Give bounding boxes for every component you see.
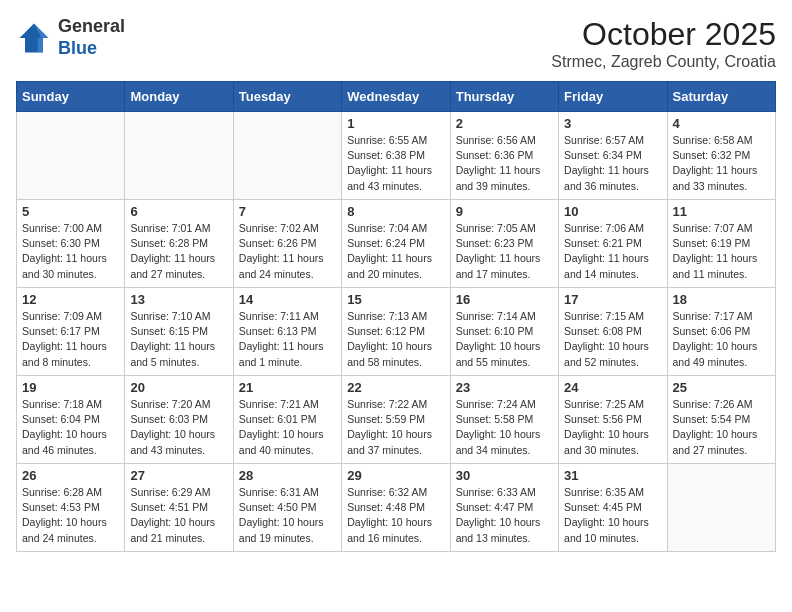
calendar-cell: 2Sunrise: 6:56 AM Sunset: 6:36 PM Daylig… <box>450 112 558 200</box>
weekday-header-row: SundayMondayTuesdayWednesdayThursdayFrid… <box>17 82 776 112</box>
day-info: Sunrise: 7:22 AM Sunset: 5:59 PM Dayligh… <box>347 397 444 458</box>
day-number: 8 <box>347 204 444 219</box>
day-info: Sunrise: 7:06 AM Sunset: 6:21 PM Dayligh… <box>564 221 661 282</box>
calendar-cell: 23Sunrise: 7:24 AM Sunset: 5:58 PM Dayli… <box>450 376 558 464</box>
day-number: 27 <box>130 468 227 483</box>
calendar-cell: 13Sunrise: 7:10 AM Sunset: 6:15 PM Dayli… <box>125 288 233 376</box>
day-info: Sunrise: 6:32 AM Sunset: 4:48 PM Dayligh… <box>347 485 444 546</box>
calendar-week-row: 12Sunrise: 7:09 AM Sunset: 6:17 PM Dayli… <box>17 288 776 376</box>
header: General Blue October 2025 Strmec, Zagreb… <box>16 16 776 71</box>
day-number: 10 <box>564 204 661 219</box>
calendar-cell: 9Sunrise: 7:05 AM Sunset: 6:23 PM Daylig… <box>450 200 558 288</box>
day-number: 5 <box>22 204 119 219</box>
calendar-cell <box>125 112 233 200</box>
day-info: Sunrise: 7:26 AM Sunset: 5:54 PM Dayligh… <box>673 397 770 458</box>
day-number: 9 <box>456 204 553 219</box>
calendar-week-row: 19Sunrise: 7:18 AM Sunset: 6:04 PM Dayli… <box>17 376 776 464</box>
day-info: Sunrise: 7:14 AM Sunset: 6:10 PM Dayligh… <box>456 309 553 370</box>
location-title: Strmec, Zagreb County, Croatia <box>551 53 776 71</box>
day-number: 20 <box>130 380 227 395</box>
day-info: Sunrise: 7:09 AM Sunset: 6:17 PM Dayligh… <box>22 309 119 370</box>
month-title: October 2025 <box>551 16 776 53</box>
calendar-cell: 15Sunrise: 7:13 AM Sunset: 6:12 PM Dayli… <box>342 288 450 376</box>
calendar-cell: 5Sunrise: 7:00 AM Sunset: 6:30 PM Daylig… <box>17 200 125 288</box>
calendar-cell <box>233 112 341 200</box>
calendar-cell: 7Sunrise: 7:02 AM Sunset: 6:26 PM Daylig… <box>233 200 341 288</box>
calendar-cell: 18Sunrise: 7:17 AM Sunset: 6:06 PM Dayli… <box>667 288 775 376</box>
day-number: 31 <box>564 468 661 483</box>
day-number: 7 <box>239 204 336 219</box>
day-info: Sunrise: 6:29 AM Sunset: 4:51 PM Dayligh… <box>130 485 227 546</box>
calendar-cell: 12Sunrise: 7:09 AM Sunset: 6:17 PM Dayli… <box>17 288 125 376</box>
weekday-header-monday: Monday <box>125 82 233 112</box>
day-info: Sunrise: 7:25 AM Sunset: 5:56 PM Dayligh… <box>564 397 661 458</box>
calendar: SundayMondayTuesdayWednesdayThursdayFrid… <box>16 81 776 552</box>
day-number: 28 <box>239 468 336 483</box>
day-info: Sunrise: 6:58 AM Sunset: 6:32 PM Dayligh… <box>673 133 770 194</box>
day-info: Sunrise: 7:07 AM Sunset: 6:19 PM Dayligh… <box>673 221 770 282</box>
day-info: Sunrise: 6:55 AM Sunset: 6:38 PM Dayligh… <box>347 133 444 194</box>
calendar-cell: 31Sunrise: 6:35 AM Sunset: 4:45 PM Dayli… <box>559 464 667 552</box>
day-number: 2 <box>456 116 553 131</box>
day-info: Sunrise: 7:04 AM Sunset: 6:24 PM Dayligh… <box>347 221 444 282</box>
day-number: 15 <box>347 292 444 307</box>
day-number: 13 <box>130 292 227 307</box>
day-info: Sunrise: 6:35 AM Sunset: 4:45 PM Dayligh… <box>564 485 661 546</box>
calendar-cell <box>17 112 125 200</box>
logo-blue: Blue <box>58 38 97 58</box>
day-info: Sunrise: 6:57 AM Sunset: 6:34 PM Dayligh… <box>564 133 661 194</box>
day-number: 16 <box>456 292 553 307</box>
day-number: 22 <box>347 380 444 395</box>
day-number: 3 <box>564 116 661 131</box>
day-info: Sunrise: 6:56 AM Sunset: 6:36 PM Dayligh… <box>456 133 553 194</box>
calendar-cell: 10Sunrise: 7:06 AM Sunset: 6:21 PM Dayli… <box>559 200 667 288</box>
day-number: 11 <box>673 204 770 219</box>
calendar-cell <box>667 464 775 552</box>
day-number: 19 <box>22 380 119 395</box>
day-number: 23 <box>456 380 553 395</box>
title-area: October 2025 Strmec, Zagreb County, Croa… <box>551 16 776 71</box>
calendar-cell: 21Sunrise: 7:21 AM Sunset: 6:01 PM Dayli… <box>233 376 341 464</box>
calendar-cell: 30Sunrise: 6:33 AM Sunset: 4:47 PM Dayli… <box>450 464 558 552</box>
day-info: Sunrise: 6:31 AM Sunset: 4:50 PM Dayligh… <box>239 485 336 546</box>
day-number: 18 <box>673 292 770 307</box>
day-info: Sunrise: 7:20 AM Sunset: 6:03 PM Dayligh… <box>130 397 227 458</box>
calendar-cell: 26Sunrise: 6:28 AM Sunset: 4:53 PM Dayli… <box>17 464 125 552</box>
calendar-cell: 6Sunrise: 7:01 AM Sunset: 6:28 PM Daylig… <box>125 200 233 288</box>
day-info: Sunrise: 7:05 AM Sunset: 6:23 PM Dayligh… <box>456 221 553 282</box>
calendar-cell: 16Sunrise: 7:14 AM Sunset: 6:10 PM Dayli… <box>450 288 558 376</box>
calendar-cell: 4Sunrise: 6:58 AM Sunset: 6:32 PM Daylig… <box>667 112 775 200</box>
day-info: Sunrise: 7:02 AM Sunset: 6:26 PM Dayligh… <box>239 221 336 282</box>
day-number: 17 <box>564 292 661 307</box>
calendar-cell: 1Sunrise: 6:55 AM Sunset: 6:38 PM Daylig… <box>342 112 450 200</box>
logo-icon <box>16 20 52 56</box>
day-number: 24 <box>564 380 661 395</box>
calendar-cell: 20Sunrise: 7:20 AM Sunset: 6:03 PM Dayli… <box>125 376 233 464</box>
day-number: 26 <box>22 468 119 483</box>
day-info: Sunrise: 7:15 AM Sunset: 6:08 PM Dayligh… <box>564 309 661 370</box>
day-info: Sunrise: 6:28 AM Sunset: 4:53 PM Dayligh… <box>22 485 119 546</box>
day-number: 14 <box>239 292 336 307</box>
calendar-cell: 11Sunrise: 7:07 AM Sunset: 6:19 PM Dayli… <box>667 200 775 288</box>
calendar-cell: 24Sunrise: 7:25 AM Sunset: 5:56 PM Dayli… <box>559 376 667 464</box>
day-number: 21 <box>239 380 336 395</box>
logo: General Blue <box>16 16 125 59</box>
weekday-header-thursday: Thursday <box>450 82 558 112</box>
weekday-header-tuesday: Tuesday <box>233 82 341 112</box>
day-number: 29 <box>347 468 444 483</box>
day-number: 12 <box>22 292 119 307</box>
calendar-cell: 27Sunrise: 6:29 AM Sunset: 4:51 PM Dayli… <box>125 464 233 552</box>
calendar-cell: 14Sunrise: 7:11 AM Sunset: 6:13 PM Dayli… <box>233 288 341 376</box>
calendar-cell: 29Sunrise: 6:32 AM Sunset: 4:48 PM Dayli… <box>342 464 450 552</box>
day-info: Sunrise: 7:21 AM Sunset: 6:01 PM Dayligh… <box>239 397 336 458</box>
day-info: Sunrise: 7:01 AM Sunset: 6:28 PM Dayligh… <box>130 221 227 282</box>
day-info: Sunrise: 7:17 AM Sunset: 6:06 PM Dayligh… <box>673 309 770 370</box>
weekday-header-saturday: Saturday <box>667 82 775 112</box>
day-number: 4 <box>673 116 770 131</box>
calendar-week-row: 5Sunrise: 7:00 AM Sunset: 6:30 PM Daylig… <box>17 200 776 288</box>
logo-general: General <box>58 16 125 36</box>
day-number: 6 <box>130 204 227 219</box>
logo-text: General Blue <box>58 16 125 59</box>
calendar-cell: 22Sunrise: 7:22 AM Sunset: 5:59 PM Dayli… <box>342 376 450 464</box>
day-info: Sunrise: 7:18 AM Sunset: 6:04 PM Dayligh… <box>22 397 119 458</box>
